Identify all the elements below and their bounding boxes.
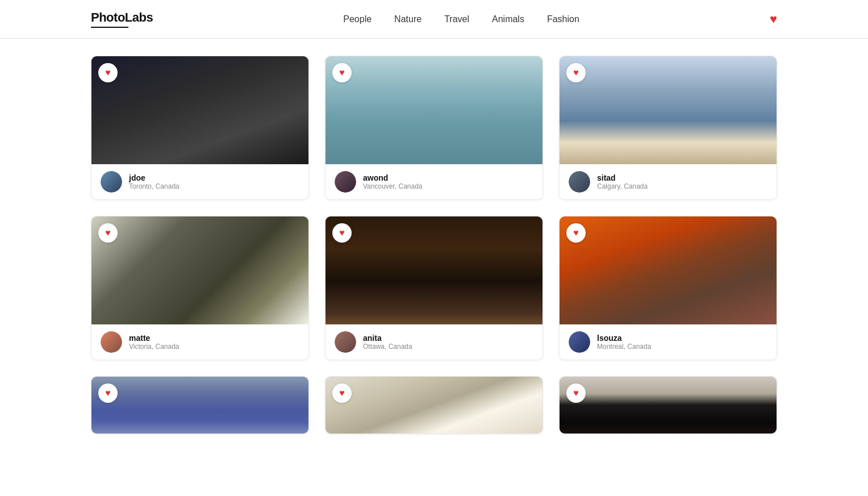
avatar-image	[569, 171, 590, 193]
favorite-button[interactable]: ♥	[566, 63, 586, 82]
avatar	[335, 331, 356, 353]
card-image-container: ♥	[560, 56, 777, 164]
heart-icon: ♥	[573, 228, 579, 238]
avatar-image	[335, 331, 356, 353]
main-content: ♥ jdoe Toronto, Canada ♥ awond	[0, 39, 868, 451]
nav-travel[interactable]: Travel	[444, 14, 469, 24]
favorite-button[interactable]: ♥	[332, 223, 352, 243]
card-image	[560, 56, 777, 164]
card-footer: jdoe Toronto, Canada	[91, 164, 308, 199]
card-footer: sitad Calgary, Canada	[560, 164, 777, 199]
heart-icon: ♥	[339, 228, 345, 238]
username: matte	[129, 334, 180, 343]
photo-card: ♥	[325, 376, 543, 434]
user-info: sitad Calgary, Canada	[597, 173, 648, 190]
card-image	[91, 216, 308, 324]
photo-card: ♥ sitad Calgary, Canada	[559, 56, 777, 200]
avatar-image	[335, 171, 356, 193]
nav-fashion[interactable]: Fashion	[547, 14, 579, 24]
card-image	[560, 377, 777, 434]
location: Montreal, Canada	[597, 343, 651, 351]
favorite-button[interactable]: ♥	[566, 223, 586, 243]
photo-card: ♥ anita Ottawa, Canada	[325, 216, 543, 360]
avatar-image	[569, 331, 590, 353]
card-image-container: ♥	[326, 216, 542, 324]
avatar	[569, 331, 590, 353]
favorite-button[interactable]: ♥	[566, 384, 586, 403]
avatar	[569, 171, 590, 193]
avatar	[335, 171, 356, 193]
heart-icon: ♥	[573, 68, 579, 78]
card-image	[326, 377, 542, 434]
username: awond	[363, 173, 423, 182]
photo-grid: ♥ jdoe Toronto, Canada ♥ awond	[91, 56, 777, 434]
location: Calgary, Canada	[597, 182, 648, 190]
logo-text: PhotoLabs	[91, 10, 153, 25]
favorite-button[interactable]: ♥	[98, 384, 118, 403]
card-image	[91, 377, 308, 434]
photo-card: ♥ lsouza Montreal, Canada	[559, 216, 777, 360]
card-image-container: ♥	[91, 56, 308, 164]
card-image-container: ♥	[91, 216, 308, 324]
card-image	[91, 56, 308, 164]
heart-icon: ♥	[105, 388, 111, 398]
favorite-button[interactable]: ♥	[98, 223, 118, 243]
logo: PhotoLabs	[91, 10, 153, 28]
photo-card: ♥ matte Victoria, Canada	[91, 216, 309, 360]
user-info: awond Vancouver, Canada	[363, 173, 423, 190]
card-footer: anita Ottawa, Canada	[326, 324, 542, 360]
avatar	[101, 171, 122, 193]
avatar	[101, 331, 122, 353]
photo-card: ♥ awond Vancouver, Canada	[325, 56, 543, 200]
card-image-container: ♥	[326, 377, 542, 434]
favorite-button[interactable]: ♥	[332, 384, 352, 403]
card-image-container: ♥	[326, 56, 542, 164]
user-info: anita Ottawa, Canada	[363, 334, 412, 351]
heart-icon: ♥	[105, 228, 111, 238]
nav: People Nature Travel Animals Fashion	[343, 14, 579, 24]
card-image	[326, 216, 542, 324]
card-image	[560, 216, 777, 324]
photo-card: ♥	[91, 376, 309, 434]
photo-card: ♥	[559, 376, 777, 434]
user-info: lsouza Montreal, Canada	[597, 334, 651, 351]
card-footer: lsouza Montreal, Canada	[560, 324, 777, 360]
location: Victoria, Canada	[129, 343, 180, 351]
username: anita	[363, 334, 412, 343]
photo-card: ♥ jdoe Toronto, Canada	[91, 56, 309, 200]
location: Toronto, Canada	[129, 182, 180, 190]
heart-icon: ♥	[339, 388, 345, 398]
heart-icon: ♥	[339, 68, 345, 78]
user-info: jdoe Toronto, Canada	[129, 173, 180, 190]
card-image-container: ♥	[560, 216, 777, 324]
user-info: matte Victoria, Canada	[129, 334, 180, 351]
heart-icon: ♥	[105, 68, 111, 78]
nav-nature[interactable]: Nature	[394, 14, 422, 24]
card-image-container: ♥	[91, 377, 308, 434]
location: Ottawa, Canada	[363, 343, 412, 351]
username: sitad	[597, 173, 648, 182]
nav-people[interactable]: People	[343, 14, 372, 24]
card-footer: matte Victoria, Canada	[91, 324, 308, 360]
card-footer: awond Vancouver, Canada	[326, 164, 542, 199]
heart-icon: ♥	[573, 388, 579, 398]
username: lsouza	[597, 334, 651, 343]
global-favorites-icon[interactable]: ♥	[770, 12, 777, 27]
card-image-container: ♥	[560, 377, 777, 434]
logo-underline	[91, 27, 128, 28]
avatar-image	[101, 171, 122, 193]
card-image	[326, 56, 542, 164]
favorite-button[interactable]: ♥	[332, 63, 352, 82]
avatar-image	[101, 331, 122, 353]
username: jdoe	[129, 173, 180, 182]
header: PhotoLabs People Nature Travel Animals F…	[0, 0, 868, 39]
location: Vancouver, Canada	[363, 182, 423, 190]
nav-animals[interactable]: Animals	[492, 14, 524, 24]
favorite-button[interactable]: ♥	[98, 63, 118, 82]
